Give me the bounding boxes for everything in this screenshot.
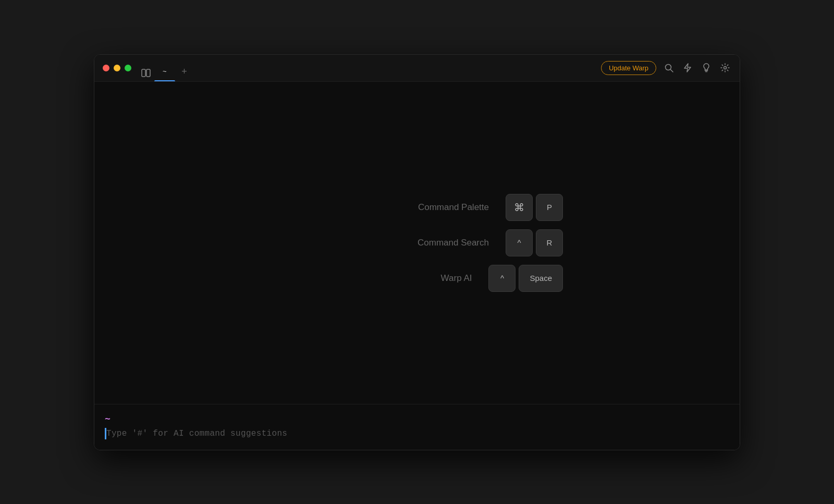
maximize-button[interactable] xyxy=(125,65,131,71)
svg-line-3 xyxy=(670,69,673,72)
tab-label: ~ xyxy=(163,67,167,75)
new-tab-button[interactable]: + xyxy=(177,65,192,79)
prompt-tilde: ~ xyxy=(105,413,111,424)
tab-area: ~ + xyxy=(140,55,601,81)
key-ctrl-ai: ^ xyxy=(488,265,516,292)
shortcut-keys-search: ^ R xyxy=(506,229,563,256)
shortcut-label-search: Command Search xyxy=(271,238,489,248)
shortcut-label-ai: Warp AI xyxy=(271,273,472,284)
input-area: ~ Type '#' for AI command suggestions xyxy=(94,404,740,450)
shortcut-row-search: Command Search ^ R xyxy=(271,229,563,256)
shortcuts-container: Command Palette ⌘ P Command Search ^ R W… xyxy=(271,194,563,292)
split-view-icon[interactable] xyxy=(140,67,152,79)
terminal-content: Command Palette ⌘ P Command Search ^ R W… xyxy=(94,82,740,404)
key-r: R xyxy=(536,229,563,256)
shortcut-label-palette: Command Palette xyxy=(271,202,489,213)
shortcut-row-ai: Warp AI ^ Space xyxy=(271,265,563,292)
traffic-lights xyxy=(103,65,131,71)
svg-point-2 xyxy=(665,64,671,70)
bulb-icon[interactable] xyxy=(700,62,713,74)
minimize-button[interactable] xyxy=(114,65,120,71)
active-tab[interactable]: ~ xyxy=(154,62,175,81)
key-cmd: ⌘ xyxy=(506,194,533,221)
shortcut-keys-ai: ^ Space xyxy=(488,265,563,292)
key-space: Space xyxy=(519,265,563,292)
search-icon[interactable] xyxy=(663,62,675,74)
svg-point-6 xyxy=(724,67,727,69)
command-input-row[interactable]: Type '#' for AI command suggestions xyxy=(105,428,729,439)
close-button[interactable] xyxy=(103,65,109,71)
shortcut-row-palette: Command Palette ⌘ P xyxy=(271,194,563,221)
svg-rect-1 xyxy=(146,69,150,77)
titlebar: ~ + Update Warp xyxy=(94,55,740,82)
titlebar-actions: Update Warp xyxy=(601,61,731,75)
update-warp-button[interactable]: Update Warp xyxy=(601,61,656,75)
gear-icon[interactable] xyxy=(719,62,731,74)
terminal-window: ~ + Update Warp xyxy=(94,54,740,450)
shortcut-keys-palette: ⌘ P xyxy=(506,194,563,221)
prompt-line: ~ xyxy=(105,413,729,424)
lightning-icon[interactable] xyxy=(681,62,694,74)
svg-rect-0 xyxy=(142,69,145,77)
key-ctrl: ^ xyxy=(506,229,533,256)
input-placeholder: Type '#' for AI command suggestions xyxy=(106,429,287,438)
key-p: P xyxy=(536,194,563,221)
